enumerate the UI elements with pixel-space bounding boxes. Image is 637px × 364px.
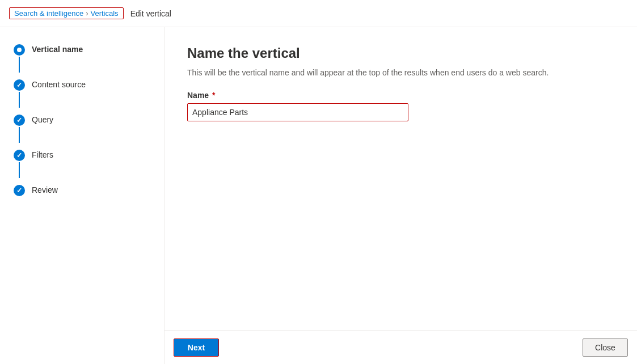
content-area: Name the vertical This will be the verti… xyxy=(164,27,637,364)
step-3-circle: ✓ xyxy=(14,115,25,126)
sidebar-item-content-source[interactable]: ✓ Content source xyxy=(0,76,164,111)
step-2-check: ✓ xyxy=(16,81,22,89)
close-button[interactable]: Close xyxy=(583,338,628,357)
name-input[interactable] xyxy=(187,103,408,121)
step-1-icon-area xyxy=(14,44,25,73)
breadcrumb: Search & intelligence › Verticals xyxy=(9,7,124,19)
step-5-check: ✓ xyxy=(16,187,22,194)
sidebar-item-review[interactable]: ✓ Review xyxy=(0,181,164,200)
section-title: Name the vertical xyxy=(187,45,614,61)
sidebar-item-filters[interactable]: ✓ Filters xyxy=(0,146,164,181)
step-1-connector xyxy=(19,57,20,73)
step-1-label: Vertical name xyxy=(32,44,83,54)
main-layout: Vertical name ✓ Content source ✓ Query xyxy=(0,27,637,364)
step-5-icon-area: ✓ xyxy=(14,185,25,196)
step-1-dot xyxy=(17,48,22,52)
step-2-connector xyxy=(19,92,20,108)
step-5-circle: ✓ xyxy=(14,185,25,196)
step-3-label: Query xyxy=(32,115,53,124)
step-2-icon-area: ✓ xyxy=(14,79,25,108)
step-4-connector xyxy=(19,162,20,178)
step-3-icon-area: ✓ xyxy=(14,115,25,143)
step-1-circle xyxy=(14,44,25,56)
step-4-label: Filters xyxy=(32,150,53,159)
step-4-icon-area: ✓ xyxy=(14,150,25,178)
step-3-check: ✓ xyxy=(16,116,22,124)
next-button[interactable]: Next xyxy=(174,338,219,357)
breadcrumb-separator-1: › xyxy=(86,9,88,18)
name-field-label: Name * xyxy=(187,91,614,100)
step-4-circle: ✓ xyxy=(14,150,25,161)
step-5-label: Review xyxy=(32,185,58,194)
step-2-label: Content source xyxy=(32,79,86,89)
footer: Next Close xyxy=(164,330,637,364)
required-indicator: * xyxy=(210,91,215,100)
name-label-text: Name xyxy=(187,91,209,100)
name-input-wrapper xyxy=(187,103,614,121)
breadcrumb-link-search[interactable]: Search & intelligence xyxy=(14,9,83,18)
page-title: Edit vertical xyxy=(130,9,171,18)
step-2-circle: ✓ xyxy=(14,79,25,91)
step-4-check: ✓ xyxy=(16,151,22,159)
step-3-connector xyxy=(19,127,20,143)
sidebar-item-query[interactable]: ✓ Query xyxy=(0,111,164,146)
sidebar: Vertical name ✓ Content source ✓ Query xyxy=(0,27,164,364)
breadcrumb-link-verticals[interactable]: Verticals xyxy=(90,9,118,18)
section-description: This will be the vertical name and will … xyxy=(187,68,573,77)
sidebar-item-vertical-name[interactable]: Vertical name xyxy=(0,41,164,76)
header-bar: Search & intelligence › Verticals Edit v… xyxy=(0,0,637,27)
